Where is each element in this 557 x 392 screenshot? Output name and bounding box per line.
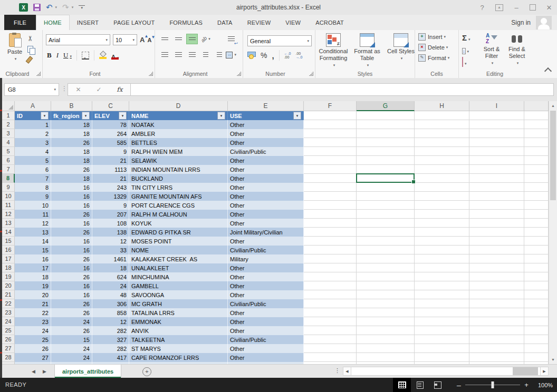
empty-cell[interactable]	[415, 344, 469, 353]
scroll-right-icon[interactable]: ▶	[540, 367, 549, 376]
empty-cell[interactable]	[357, 120, 415, 129]
align-left-icon[interactable]	[159, 50, 170, 60]
data-cell[interactable]: SAVOONGA	[129, 290, 228, 299]
empty-cell[interactable]	[415, 237, 469, 246]
data-cell[interactable]: 4	[15, 147, 51, 156]
data-cell[interactable]: INDIAN MOUNTAIN LRRS	[129, 165, 228, 174]
normal-view-button[interactable]	[393, 378, 411, 392]
empty-cell[interactable]	[524, 237, 549, 246]
data-cell[interactable]: Military	[228, 254, 304, 263]
empty-cell[interactable]	[469, 272, 524, 281]
insert-function-icon[interactable]: fx	[117, 86, 122, 93]
data-cell[interactable]: 306	[92, 299, 129, 308]
data-cell[interactable]: AMBLER	[129, 129, 228, 138]
data-cell[interactable]: 26	[15, 344, 51, 353]
wrap-text-icon[interactable]	[226, 34, 236, 44]
zoom-in-icon[interactable]: +	[522, 381, 531, 389]
data-cell[interactable]: Other	[228, 344, 304, 353]
accounting-format-icon[interactable]	[247, 52, 256, 59]
empty-cell[interactable]	[469, 210, 524, 219]
data-cell[interactable]: Other	[228, 120, 304, 129]
data-cell[interactable]: 5	[15, 156, 51, 165]
empty-cell[interactable]	[415, 219, 469, 228]
empty-cell[interactable]	[357, 147, 415, 156]
empty-cell[interactable]	[415, 254, 469, 263]
data-cell[interactable]: Other	[228, 326, 304, 335]
empty-cell[interactable]	[524, 111, 549, 120]
table-header-cell[interactable]: USE	[228, 111, 304, 120]
data-cell[interactable]: 18	[51, 147, 92, 156]
empty-cell[interactable]	[524, 183, 549, 192]
scroll-up-icon[interactable]: ▲	[549, 101, 557, 110]
data-cell[interactable]: 24	[51, 317, 92, 326]
empty-cell[interactable]	[524, 246, 549, 254]
find-select-button[interactable]: Find & Select	[505, 33, 529, 66]
empty-cell[interactable]	[524, 299, 549, 308]
scroll-down-icon[interactable]: ▼	[549, 355, 557, 364]
font-size-combo[interactable]: 10▾	[113, 34, 137, 45]
help-icon[interactable]: ?	[477, 4, 487, 12]
empty-cell[interactable]	[415, 192, 469, 201]
data-cell[interactable]: 23	[15, 317, 51, 326]
empty-cell[interactable]	[469, 174, 524, 183]
empty-cell[interactable]	[304, 228, 357, 237]
undo-icon[interactable]: ↶	[46, 4, 53, 11]
row-header-13[interactable]: 13	[2, 219, 15, 228]
sort-filter-button[interactable]: AZ Sort & Filter	[480, 33, 503, 66]
zoom-slider-handle[interactable]	[492, 381, 494, 388]
data-cell[interactable]: 1329	[92, 192, 129, 201]
empty-cell[interactable]	[469, 308, 524, 317]
new-sheet-icon[interactable]: +	[142, 367, 151, 376]
empty-cell[interactable]	[524, 344, 549, 353]
data-cell[interactable]: GRANITE MOUNTAIN AFS	[129, 192, 228, 201]
page-layout-view-button[interactable]	[411, 378, 429, 392]
empty-cell[interactable]	[415, 129, 469, 138]
empty-cell[interactable]	[304, 111, 357, 120]
data-cell[interactable]: 282	[92, 344, 129, 353]
empty-cell[interactable]	[357, 317, 415, 326]
prev-sheet-icon[interactable]: ◀	[32, 369, 35, 374]
data-cell[interactable]: Other	[228, 156, 304, 165]
maximize-icon[interactable]	[530, 4, 536, 11]
empty-cell[interactable]	[469, 299, 524, 308]
data-cell[interactable]: 10	[15, 201, 51, 210]
data-cell[interactable]: ST MARYS	[129, 344, 228, 353]
data-cell[interactable]: PORT CLARENCE CGS	[129, 201, 228, 210]
data-cell[interactable]: 585	[92, 138, 129, 147]
data-cell[interactable]: 20	[15, 290, 51, 299]
empty-cell[interactable]	[357, 326, 415, 335]
empty-cell[interactable]	[415, 183, 469, 192]
data-cell[interactable]: Other	[228, 210, 304, 219]
data-cell[interactable]: RALPH WIEN MEM	[129, 147, 228, 156]
fill-button[interactable]: ↓	[462, 45, 470, 55]
decrease-decimal-icon[interactable]: .00→.0	[295, 52, 302, 59]
number-format-combo[interactable]: General▾	[247, 35, 312, 46]
empty-cell[interactable]	[469, 281, 524, 290]
empty-cell[interactable]	[469, 219, 524, 228]
data-cell[interactable]: 9	[15, 192, 51, 201]
row-header-12[interactable]: 12	[2, 210, 15, 219]
empty-cell[interactable]	[357, 281, 415, 290]
data-cell[interactable]: 327	[92, 335, 129, 344]
data-cell[interactable]: Other	[228, 263, 304, 272]
empty-cell[interactable]	[524, 201, 549, 210]
increase-font-size-icon[interactable]: A▲	[140, 36, 145, 44]
row-header-26[interactable]: 26	[2, 335, 15, 344]
top-align-icon[interactable]	[159, 34, 170, 44]
row-header-5[interactable]: 5	[2, 147, 15, 156]
empty-cell[interactable]	[304, 120, 357, 129]
comma-style-icon[interactable]: ,	[272, 51, 274, 60]
merge-center-icon[interactable]: ↔	[226, 50, 236, 60]
data-cell[interactable]: Other	[228, 174, 304, 183]
empty-cell[interactable]	[415, 299, 469, 308]
borders-icon[interactable]	[82, 52, 89, 60]
cell-styles-button[interactable]: Cell Styles	[385, 33, 417, 68]
data-cell[interactable]: Civilian/Public	[228, 246, 304, 254]
data-cell[interactable]: Other	[228, 272, 304, 281]
data-cell[interactable]: 7	[15, 174, 51, 183]
empty-cell[interactable]	[357, 219, 415, 228]
data-cell[interactable]: 26	[51, 326, 92, 335]
empty-cell[interactable]	[524, 263, 549, 272]
save-icon[interactable]	[33, 4, 41, 11]
empty-cell[interactable]	[304, 183, 357, 192]
